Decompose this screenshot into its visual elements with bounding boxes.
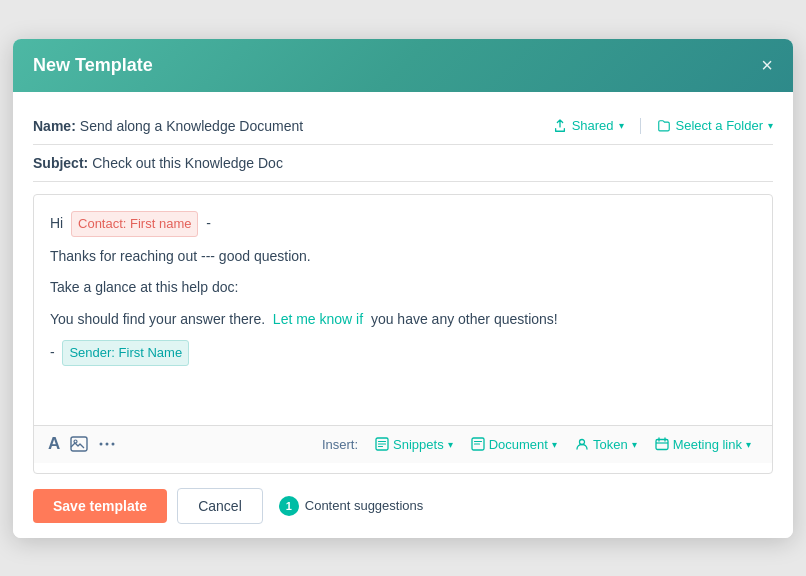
meeting-icon bbox=[655, 437, 669, 451]
svg-point-7 bbox=[579, 440, 584, 445]
content-suggestions[interactable]: 1 Content suggestions bbox=[279, 496, 424, 516]
suggestions-label: Content suggestions bbox=[305, 498, 424, 513]
close-button[interactable]: × bbox=[761, 55, 773, 75]
greeting-text: Hi bbox=[50, 215, 63, 231]
svg-point-1 bbox=[74, 440, 77, 443]
editor-toolbar: A bbox=[34, 425, 772, 463]
dash-text: - bbox=[206, 215, 211, 231]
contact-token[interactable]: Contact: First name bbox=[71, 211, 198, 237]
document-chevron-icon: ▾ bbox=[552, 439, 557, 450]
toolbar-right: Insert: Snippets ▾ bbox=[322, 434, 758, 455]
editor-line2: Take a glance at this help doc: bbox=[50, 276, 756, 300]
meeting-label: Meeting link bbox=[673, 437, 742, 452]
svg-point-3 bbox=[106, 443, 109, 446]
folder-chevron-icon: ▾ bbox=[768, 120, 773, 131]
upload-icon bbox=[553, 119, 567, 133]
name-row: Name: Send along a Knowledge Document Sh… bbox=[33, 108, 773, 145]
let-me-know-link[interactable]: Let me know if bbox=[273, 311, 363, 327]
cancel-button[interactable]: Cancel bbox=[177, 488, 263, 524]
font-button[interactable]: A bbox=[48, 434, 60, 454]
shared-button[interactable]: Shared ▾ bbox=[553, 118, 624, 133]
document-button[interactable]: Document ▾ bbox=[464, 434, 564, 455]
toolbar-left: A bbox=[48, 434, 116, 454]
meeting-link-button[interactable]: Meeting link ▾ bbox=[648, 434, 758, 455]
document-icon bbox=[471, 437, 485, 451]
shared-label: Shared bbox=[572, 118, 614, 133]
svg-rect-8 bbox=[656, 440, 668, 450]
modal-header: New Template × bbox=[13, 39, 793, 92]
snippets-label: Snippets bbox=[393, 437, 444, 452]
snippets-icon bbox=[375, 437, 389, 451]
shared-chevron-icon: ▾ bbox=[619, 120, 624, 131]
name-value: Send along a Knowledge Document bbox=[80, 118, 303, 134]
dash2-text: - bbox=[50, 344, 55, 360]
more-options-button[interactable] bbox=[98, 436, 116, 452]
subject-row: Subject: Check out this Knowledge Doc bbox=[33, 145, 773, 182]
editor-greeting-line: Hi Contact: First name - bbox=[50, 211, 756, 237]
insert-label: Insert: bbox=[322, 437, 358, 452]
editor-content[interactable]: Hi Contact: First name - Thanks for reac… bbox=[34, 195, 772, 425]
folder-label: Select a Folder bbox=[676, 118, 763, 133]
select-folder-button[interactable]: Select a Folder ▾ bbox=[657, 118, 773, 133]
token-label: Token bbox=[593, 437, 628, 452]
token-chevron-icon: ▾ bbox=[632, 439, 637, 450]
svg-point-2 bbox=[100, 443, 103, 446]
sender-token[interactable]: Sender: First Name bbox=[62, 340, 189, 366]
editor-line1: Thanks for reaching out --- good questio… bbox=[50, 245, 756, 269]
subject-label: Subject: bbox=[33, 155, 88, 171]
folder-icon bbox=[657, 119, 671, 133]
editor-signature-line: - Sender: First Name bbox=[50, 340, 756, 366]
token-button[interactable]: Token ▾ bbox=[568, 434, 644, 455]
save-template-button[interactable]: Save template bbox=[33, 489, 167, 523]
divider bbox=[640, 118, 641, 134]
line3-suffix: you have any other questions! bbox=[371, 311, 558, 327]
editor-line3: You should find your answer there. Let m… bbox=[50, 308, 756, 332]
image-button[interactable] bbox=[70, 436, 88, 452]
modal-body: Name: Send along a Knowledge Document Sh… bbox=[13, 92, 793, 474]
name-right: Shared ▾ Select a Folder ▾ bbox=[553, 118, 773, 134]
line3-prefix: You should find your answer there. bbox=[50, 311, 265, 327]
editor-area[interactable]: Hi Contact: First name - Thanks for reac… bbox=[33, 194, 773, 474]
snippets-chevron-icon: ▾ bbox=[448, 439, 453, 450]
modal-footer: Save template Cancel 1 Content suggestio… bbox=[13, 474, 793, 538]
new-template-modal: New Template × Name: Send along a Knowle… bbox=[13, 39, 793, 538]
modal-title: New Template bbox=[33, 55, 153, 76]
name-left: Name: Send along a Knowledge Document bbox=[33, 118, 303, 134]
document-label: Document bbox=[489, 437, 548, 452]
snippets-button[interactable]: Snippets ▾ bbox=[368, 434, 460, 455]
name-label: Name: bbox=[33, 118, 76, 134]
token-icon bbox=[575, 437, 589, 451]
svg-point-4 bbox=[112, 443, 115, 446]
suggestions-count: 1 bbox=[279, 496, 299, 516]
subject-value: Check out this Knowledge Doc bbox=[92, 155, 283, 171]
meeting-chevron-icon: ▾ bbox=[746, 439, 751, 450]
